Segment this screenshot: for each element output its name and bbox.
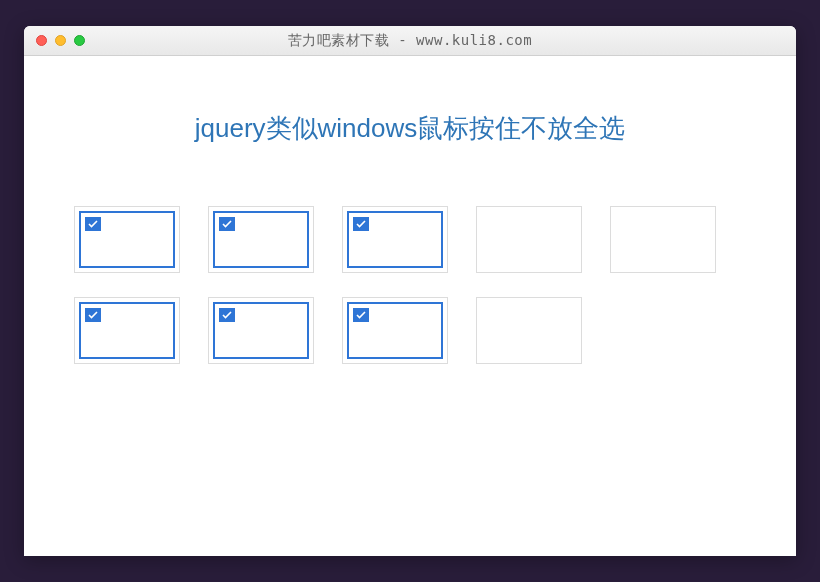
window-title: 苦力吧素材下载 - www.kuli8.com [36,32,784,50]
grid-item[interactable] [342,206,448,273]
selection-border [79,211,175,268]
selection-border [213,211,309,268]
selection-border [79,302,175,359]
close-button[interactable] [36,35,47,46]
selectable-grid[interactable] [74,206,746,364]
check-icon [219,217,235,231]
selection-border [347,211,443,268]
check-icon [85,308,101,322]
titlebar: 苦力吧素材下载 - www.kuli8.com [24,26,796,56]
grid-item[interactable] [74,206,180,273]
traffic-lights [36,35,85,46]
grid-item[interactable] [610,206,716,273]
selection-border [347,302,443,359]
content-area[interactable]: jquery类似windows鼠标按住不放全选 [24,56,796,556]
page-title: jquery类似windows鼠标按住不放全选 [74,111,746,146]
grid-item[interactable] [342,297,448,364]
check-icon [353,308,369,322]
maximize-button[interactable] [74,35,85,46]
grid-item[interactable] [476,297,582,364]
check-icon [353,217,369,231]
selection-border [213,302,309,359]
grid-item[interactable] [476,206,582,273]
grid-item[interactable] [208,206,314,273]
check-icon [85,217,101,231]
minimize-button[interactable] [55,35,66,46]
check-icon [219,308,235,322]
grid-item[interactable] [208,297,314,364]
grid-item[interactable] [74,297,180,364]
browser-window: 苦力吧素材下载 - www.kuli8.com jquery类似windows鼠… [24,26,796,556]
